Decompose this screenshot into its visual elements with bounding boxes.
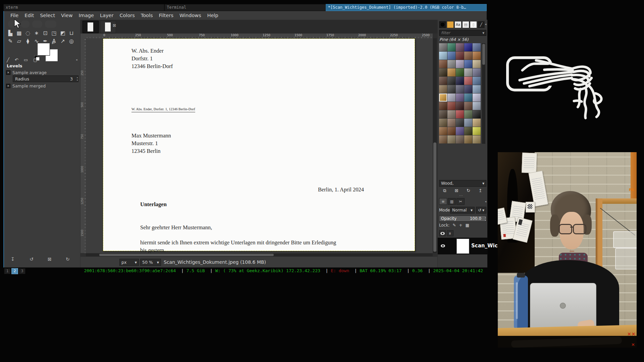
- delete-pattern-button[interactable]: ⊠: [454, 188, 458, 193]
- document-history-tab[interactable]: ▤: [462, 21, 469, 28]
- revert-button[interactable]: ↺: [30, 256, 34, 262]
- horizontal-scrollbar-thumb[interactable]: [99, 254, 274, 256]
- wm-tab-3[interactable]: *[Scan_Wichtiges_Dokument] (imported)-2.…: [326, 4, 487, 11]
- pattern-scrollbar-thumb[interactable]: [482, 44, 485, 65]
- pattern-swatch[interactable]: [447, 52, 455, 60]
- layer-visibility-eye-icon[interactable]: [441, 244, 445, 247]
- pattern-swatch[interactable]: [447, 60, 455, 68]
- pattern-swatch[interactable]: [447, 77, 455, 85]
- foreground-color-swatch[interactable]: [38, 43, 50, 55]
- sample-average-checkbox[interactable]: ×: [6, 70, 10, 75]
- menu-item-image[interactable]: Image: [76, 12, 97, 19]
- save-settings-button[interactable]: ↧: [11, 256, 15, 262]
- crop-tool[interactable]: ⊡: [41, 29, 50, 37]
- patterns-tab[interactable]: [447, 21, 454, 28]
- pattern-swatch[interactable]: [439, 119, 447, 127]
- pattern-swatch[interactable]: [447, 94, 455, 102]
- opacity-spin-arrows[interactable]: ▴▾: [485, 216, 486, 222]
- vertical-ruler[interactable]: 250500750100012501500: [80, 38, 86, 253]
- gradients-tab[interactable]: ╱: [478, 21, 485, 28]
- sample-merged-row[interactable]: × Sample merged: [6, 83, 46, 88]
- eraser-tool[interactable]: ▱: [15, 37, 23, 45]
- pattern-swatch[interactable]: [447, 135, 455, 143]
- unit-dropdown[interactable]: px ▾: [119, 259, 139, 266]
- pattern-swatch[interactable]: [473, 102, 481, 110]
- workspace-button-1[interactable]: 1: [4, 268, 11, 274]
- delete-settings-button[interactable]: ⊠: [48, 256, 52, 262]
- paths-tab[interactable]: ✂: [457, 198, 465, 205]
- pattern-swatch[interactable]: [447, 127, 455, 135]
- alignment-tool[interactable]: ▙: [6, 29, 15, 37]
- lock-alpha-icon[interactable]: ▦: [466, 223, 469, 228]
- pattern-swatch[interactable]: [447, 102, 455, 110]
- free-select-tool[interactable]: ◌: [23, 29, 32, 37]
- pattern-swatch[interactable]: [447, 43, 455, 51]
- menu-item-filters[interactable]: Filters: [156, 12, 176, 19]
- pattern-swatch[interactable]: [439, 52, 447, 60]
- pattern-swatch[interactable]: [473, 77, 481, 85]
- rectangle-select-tool[interactable]: ▩: [15, 29, 23, 37]
- visibility-toggle[interactable]: [439, 230, 446, 236]
- pattern-swatch[interactable]: [439, 127, 447, 135]
- menu-item-file[interactable]: File: [7, 12, 21, 19]
- pattern-swatch[interactable]: [456, 52, 464, 60]
- pattern-swatch[interactable]: [456, 110, 464, 118]
- horizontal-scrollbar[interactable]: [86, 253, 433, 256]
- pattern-filter-input[interactable]: filter ▾: [439, 30, 486, 36]
- open-pattern-button[interactable]: ↥: [479, 188, 482, 193]
- lock-pixels-icon[interactable]: ✎: [452, 223, 456, 228]
- menu-item-windows[interactable]: Windows: [176, 12, 204, 19]
- close-tab-icon[interactable]: ⊠: [113, 23, 116, 28]
- pattern-swatch[interactable]: [447, 119, 455, 127]
- pattern-swatch[interactable]: [464, 102, 472, 110]
- pattern-swatch[interactable]: [464, 68, 472, 76]
- pattern-swatch[interactable]: [447, 85, 455, 93]
- bucket-fill-tool[interactable]: ⊔: [67, 29, 76, 37]
- refresh-patterns-button[interactable]: ↻: [467, 188, 470, 193]
- canvas-viewport[interactable]: W. Abs. EnderDorfstr. 112346 Berlin-Dorf…: [86, 38, 433, 253]
- clone-tool[interactable]: ⧫: [23, 37, 32, 45]
- color-picker-tool[interactable]: ↗: [58, 37, 67, 45]
- fg-bg-editor-icon[interactable]: ▢: [33, 57, 37, 62]
- fuzzy-select-tool[interactable]: ∗: [32, 29, 41, 37]
- pattern-swatch[interactable]: [473, 110, 481, 118]
- wm-tab-2[interactable]: Terminal: [164, 4, 325, 11]
- collapse-dock-icon[interactable]: ◂: [76, 58, 77, 61]
- pattern-swatch[interactable]: [456, 77, 464, 85]
- menu-item-edit[interactable]: Edit: [21, 12, 37, 19]
- undo-history-icon[interactable]: ↶: [15, 57, 18, 62]
- channels-tab[interactable]: ▥: [448, 198, 456, 205]
- pattern-swatch[interactable]: [439, 85, 447, 93]
- zoom-dropdown[interactable]: 50 % ▾: [140, 259, 161, 266]
- pattern-swatch[interactable]: [456, 127, 464, 135]
- horizontal-ruler[interactable]: 02505007501000125015001750200022502500: [80, 34, 433, 38]
- mode-switch-button[interactable]: ↺ ▾: [476, 207, 486, 214]
- menu-item-colors[interactable]: Colors: [116, 12, 138, 19]
- pattern-swatch[interactable]: [439, 77, 447, 85]
- pattern-swatch[interactable]: [464, 119, 472, 127]
- pattern-swatch[interactable]: [439, 94, 447, 102]
- link-toggle[interactable]: ∞: [447, 230, 453, 236]
- pattern-grid-scrollbar[interactable]: [482, 43, 485, 144]
- pattern-swatch[interactable]: [473, 68, 481, 76]
- pattern-swatch[interactable]: [473, 127, 481, 135]
- tool-options-icon[interactable]: ╱: [7, 57, 9, 62]
- workspace-button-2[interactable]: 2: [11, 268, 18, 274]
- pattern-swatch[interactable]: [439, 102, 447, 110]
- palettes-tab[interactable]: ▯: [470, 21, 477, 28]
- pattern-swatch[interactable]: [473, 135, 481, 143]
- pattern-swatch[interactable]: [439, 110, 447, 118]
- zoom-tool[interactable]: ◎: [67, 37, 76, 45]
- pattern-swatch[interactable]: [447, 68, 455, 76]
- menu-item-help[interactable]: Help: [204, 12, 221, 19]
- reset-button[interactable]: ↻: [66, 256, 70, 262]
- pattern-tag-dropdown[interactable]: Wood, ▾: [439, 180, 486, 187]
- pattern-swatch[interactable]: [439, 68, 447, 76]
- layers-tab[interactable]: ≡: [439, 198, 447, 205]
- vertical-scrollbar-thumb[interactable]: [433, 142, 436, 252]
- pattern-swatch[interactable]: [456, 60, 464, 68]
- pattern-swatch[interactable]: [456, 94, 464, 102]
- pattern-swatch[interactable]: [464, 110, 472, 118]
- pattern-swatch[interactable]: [464, 43, 472, 51]
- vertical-scrollbar[interactable]: [433, 38, 437, 253]
